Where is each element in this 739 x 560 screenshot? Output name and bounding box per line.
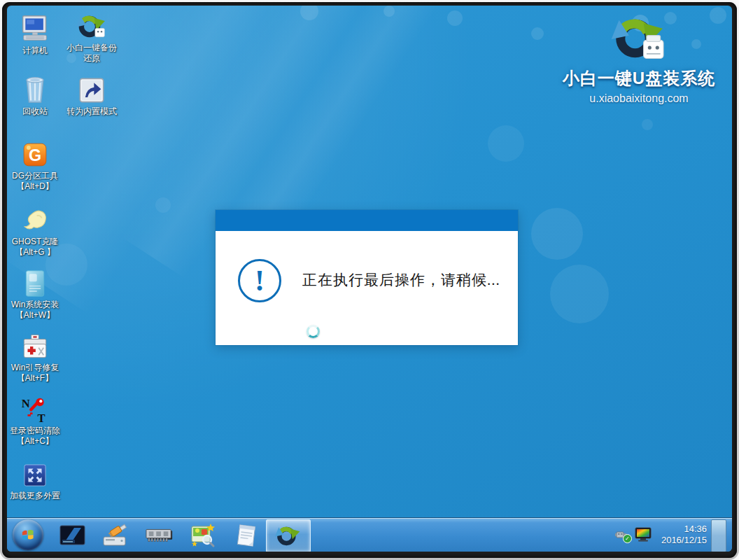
bokeh-circle xyxy=(447,10,463,26)
desktop-icon-label: 还原 xyxy=(83,53,100,64)
bokeh-circle xyxy=(383,6,395,17)
password-clear-icon: N T xyxy=(20,394,50,424)
desktop: 小白一键U盘装系统 u.xiaobaixitong.com 计算机 xyxy=(7,6,732,552)
svg-text:G: G xyxy=(29,146,41,164)
show-desktop-button[interactable] xyxy=(711,519,726,552)
xiaobai-app-icon xyxy=(275,524,302,548)
desktop-icon-label: 小白一键备份 xyxy=(66,43,117,53)
dialog-message: 正在执行最后操作，请稍候... xyxy=(302,270,500,290)
desktop-icon-label: 登录密码清除 xyxy=(10,426,60,436)
bokeh-circle xyxy=(642,119,653,130)
win-boot-repair-icon xyxy=(20,331,50,360)
ghost-clone-icon xyxy=(20,205,50,234)
image-tool-button[interactable] xyxy=(189,523,217,548)
desktop-icon-load-more[interactable]: 加载更多外置 xyxy=(7,459,65,501)
desktop-icon-ghost-clone[interactable]: GHOST克隆 【Alt+G 】 xyxy=(7,205,65,258)
image-tool-icon xyxy=(190,523,216,548)
xiaobai-logo-icon xyxy=(611,14,667,63)
desktop-icon-hotkey: 【Alt+C】 xyxy=(16,436,54,447)
svg-text:N: N xyxy=(22,397,30,410)
load-more-icon xyxy=(22,459,48,489)
alert-icon: ! xyxy=(238,259,281,302)
bokeh-circle xyxy=(155,197,171,213)
desktop-icon-label: DG分区工具 xyxy=(12,171,58,181)
progress-dialog: ! 正在执行最后操作，请稍候... xyxy=(216,210,518,345)
desktop-icon-internal-mode[interactable]: 转为内置模式 xyxy=(62,75,122,117)
desktop-icon-label: GHOST克隆 xyxy=(12,237,59,247)
desktop-icon-label: Win系统安装 xyxy=(11,300,59,310)
disk-cleanup-button[interactable] xyxy=(102,523,130,548)
bokeh-circle xyxy=(531,27,544,40)
system-tray: ✓ 14:36 2016/12/15 xyxy=(615,518,707,552)
ram-chip-icon xyxy=(146,525,174,546)
xiaobai-app-button-active[interactable] xyxy=(266,519,311,552)
dialog-titlebar[interactable] xyxy=(216,210,518,231)
internal-mode-icon xyxy=(78,75,106,104)
clock[interactable]: 14:36 2016/12/15 xyxy=(661,524,707,546)
exclamation-glyph: ! xyxy=(255,266,265,295)
memory-tool-button[interactable] xyxy=(146,523,174,548)
taskbar: ✓ 14:36 2016/12/15 xyxy=(7,517,732,552)
desktop-icon-hotkey: 【Alt+G 】 xyxy=(15,247,55,258)
desktop-icon-hotkey: 【Alt+W】 xyxy=(15,310,55,321)
start-button[interactable] xyxy=(13,519,43,550)
display-settings-icon xyxy=(59,525,86,546)
xiaobai-backup-restore-icon xyxy=(76,11,107,41)
desktop-icon-computer[interactable]: 计算机 xyxy=(7,14,65,56)
clock-time: 14:36 xyxy=(661,524,707,535)
desktop-icon-label: Win引导修复 xyxy=(11,363,59,373)
notepad-button[interactable] xyxy=(232,523,260,548)
clock-date: 2016/12/15 xyxy=(661,535,707,546)
desktop-icon-label: 计算机 xyxy=(22,46,48,56)
brand-logo: 小白一键U盘装系统 u.xiaobaixitong.com xyxy=(558,14,719,105)
desktop-icon-hotkey: 【Alt+D】 xyxy=(16,181,54,192)
desktop-icon-label: 加载更多外置 xyxy=(10,491,60,501)
bokeh-circle xyxy=(550,265,609,323)
usb-tray-icon[interactable]: ✓ xyxy=(615,527,631,542)
desktop-icon-dg-partition[interactable]: G DG分区工具 【Alt+D】 xyxy=(7,139,65,192)
desktop-icon-label: 转为内置模式 xyxy=(66,106,117,117)
display-settings-button[interactable] xyxy=(59,523,87,548)
notepad-icon xyxy=(234,523,259,548)
safe-remove-check-icon: ✓ xyxy=(623,534,632,543)
win-install-icon xyxy=(23,268,47,298)
desktop-icon-recycle-bin[interactable]: 回收站 xyxy=(7,75,65,117)
disk-cleanup-icon xyxy=(102,524,130,547)
loading-spinner-icon xyxy=(307,325,320,338)
bokeh-circle xyxy=(531,208,583,260)
bokeh-circle xyxy=(488,125,524,162)
windows-logo-icon xyxy=(19,526,37,544)
desktop-icon-win-boot-repair[interactable]: Win引导修复 【Alt+F】 xyxy=(7,331,65,384)
display-tray-icon[interactable] xyxy=(635,527,653,542)
brand-url: u.xiaobaixitong.com xyxy=(558,92,719,105)
dialog-body: ! 正在执行最后操作，请稍候... xyxy=(216,231,518,345)
recycle-bin-icon xyxy=(21,75,49,104)
desktop-icon-backup-restore[interactable]: 小白一键备份 还原 xyxy=(62,11,122,64)
desktop-icon-hotkey: 【Alt+F】 xyxy=(17,373,53,384)
desktop-icon-win-install[interactable]: Win系统安装 【Alt+W】 xyxy=(7,268,65,321)
brand-title: 小白一键U盘装系统 xyxy=(558,67,719,90)
desktop-icon-password-clear[interactable]: N T 登录密码清除 【Alt+C】 xyxy=(7,394,65,447)
computer-icon xyxy=(20,14,50,43)
svg-text:T: T xyxy=(38,412,45,424)
dg-partition-icon: G xyxy=(21,139,49,169)
desktop-icon-label: 回收站 xyxy=(22,106,48,117)
